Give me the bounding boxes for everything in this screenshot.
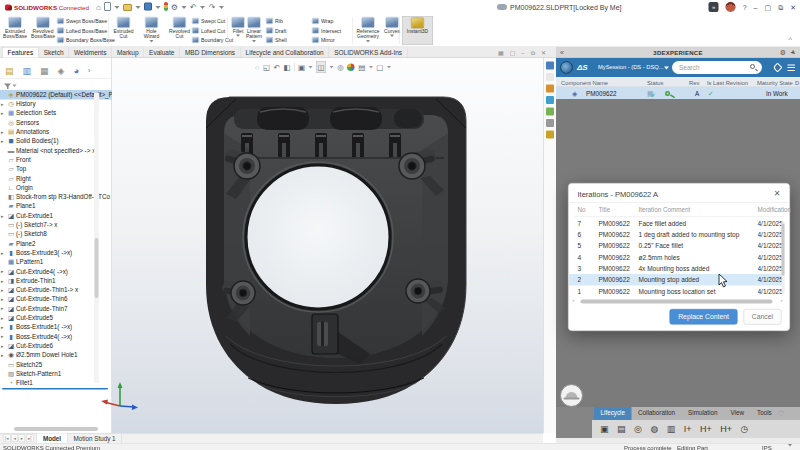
search-box[interactable]: Search (672, 61, 762, 74)
user-avatar[interactable] (726, 2, 736, 12)
panel-tab[interactable]: Collaboration (632, 407, 682, 420)
ribbon-button[interactable]: Swept Boss/Base (57, 16, 115, 26)
design-library-icon[interactable] (546, 62, 554, 70)
iteration-row[interactable]: 7PM009622Face fillet added4/1/2025 (569, 218, 785, 229)
hide-show-icon[interactable]: ◎ (337, 62, 344, 73)
model-tab[interactable]: Model (37, 434, 68, 444)
ribbon-button[interactable]: HoleWizard (138, 16, 165, 43)
options-gear-icon[interactable]: ⚙ (171, 3, 178, 13)
component-row[interactable]: ◈ PM009622 ▦ ✓ A ✓ In Work (556, 87, 800, 99)
minimize-icon[interactable]: – (754, 3, 758, 11)
window-menu-icon[interactable]: ▦ (498, 49, 504, 56)
new-document-icon[interactable] (104, 2, 111, 14)
file-explorer-icon[interactable] (546, 73, 554, 81)
explore-icon[interactable]: ◎ (634, 423, 642, 435)
save-icon[interactable] (144, 2, 152, 13)
dialog-close-icon[interactable]: ✕ (774, 189, 781, 199)
iteration-row[interactable]: 1PM009622Mounting boss location set4/1/2… (569, 285, 785, 296)
help-icon[interactable]: ? (743, 3, 747, 11)
replace-content-button[interactable]: Replace Content (670, 309, 738, 325)
rollback-bar[interactable] (2, 388, 108, 390)
ribbon-button[interactable]: Boundary Boss/Base (57, 35, 115, 45)
ribbon-tab[interactable]: Features (2, 47, 39, 58)
iteration-row[interactable]: 4PM009622ø2.5mm holes4/1/2025 (569, 251, 785, 262)
open-icon[interactable] (123, 2, 132, 14)
ribbon-button[interactable]: ReferenceGeometry (354, 16, 382, 43)
ribbon-button[interactable]: RevolvedCut (166, 16, 193, 43)
previous-view-icon[interactable]: ↶ (274, 62, 280, 73)
appearances-scenes-icon[interactable] (546, 96, 554, 104)
forum-icon[interactable] (546, 131, 554, 139)
view-orientation-icon[interactable]: ▣ (298, 62, 305, 73)
home-icon[interactable]: ⌂ (96, 3, 101, 13)
ribbon-button[interactable]: LinearPattern (243, 16, 265, 43)
window-new-icon[interactable]: ▢ (510, 49, 516, 56)
session-dropdown-icon[interactable] (664, 67, 669, 70)
ribbon-button[interactable]: Lofted Boss/Base (57, 26, 115, 36)
ribbon-button[interactable]: RevolvedBoss/Base (30, 16, 56, 43)
annotation-views-icon[interactable]: ▢ (376, 62, 383, 73)
ribbon-button[interactable]: Intersect (312, 26, 341, 36)
section-view-icon[interactable]: ◧ (283, 62, 290, 73)
tag-icon[interactable] (773, 63, 783, 73)
sync-icon[interactable]: ◍ (650, 423, 658, 435)
propertymanager-tab-icon[interactable]: ▥ (23, 65, 32, 76)
window-close-icon[interactable]: ✕ (541, 49, 546, 56)
window-minimize-icon[interactable]: – (521, 49, 524, 56)
ribbon-tab[interactable]: SOLIDWORKS Add-Ins (329, 47, 407, 58)
status-light-icon[interactable] (164, 2, 168, 14)
restore-icon[interactable]: ⧉ (778, 3, 783, 12)
appearances-icon[interactable] (347, 63, 355, 71)
replace-down-icon[interactable]: H+ (720, 423, 732, 435)
3d-part-model[interactable] (112, 58, 543, 433)
maximize-icon[interactable]: ▢ (765, 3, 772, 11)
model-tab[interactable]: Motion Study 1 (68, 434, 123, 444)
database-icon[interactable]: ▤ (617, 423, 626, 435)
session-title[interactable]: MySession - (DS - DSQ... (598, 64, 664, 70)
insert-up-icon[interactable]: I+ (684, 423, 692, 435)
3dexperience-globe-icon[interactable] (560, 61, 573, 74)
ribbon-button[interactable]: Shell (266, 35, 287, 45)
instant3d-button[interactable]: Instant3D (402, 16, 433, 45)
scene-icon[interactable]: ▤ (358, 62, 365, 73)
structure-icon[interactable]: ▥ (667, 423, 676, 435)
configurationmanager-tab-icon[interactable]: ▦ (40, 65, 49, 76)
menu-icon[interactable] (788, 65, 796, 72)
view-palette-icon[interactable] (546, 85, 554, 93)
units-selector[interactable]: IPS (762, 444, 772, 450)
redo-icon[interactable]: ↷ (209, 3, 216, 13)
iteration-row[interactable]: 6PM0096221 deg draft added to mounting s… (569, 229, 785, 240)
tree-vertical-scrollbar[interactable] (94, 93, 99, 383)
ribbon-tab[interactable]: MBD Dimensions (180, 47, 241, 58)
custom-properties-icon[interactable] (546, 108, 554, 116)
cancel-button[interactable]: Cancel (743, 309, 781, 325)
ribbon-collapse-icon[interactable]: ^ (788, 35, 792, 44)
iteration-row[interactable]: 5PM0096220.25" Face fillet4/1/2025 (569, 240, 785, 251)
displaymanager-tab-icon[interactable]: ◕ (73, 65, 78, 76)
panel-tab[interactable]: Tools (751, 407, 779, 420)
solidworks-resources-icon[interactable] (546, 119, 554, 127)
dialog-horizontal-scrollbar[interactable] (581, 300, 773, 304)
iteration-row[interactable]: 2PM009622Mounting stop added4/1/2025 (569, 274, 785, 285)
tree-horizontal-scrollbar[interactable] (14, 427, 98, 431)
ribbon-tab[interactable]: Sketch (39, 47, 69, 58)
component-tools-icon[interactable]: ▣ (600, 423, 609, 435)
featuremanager-tab-icon[interactable]: ▤ (5, 65, 14, 76)
panel-tab[interactable]: Lifecycle (594, 407, 632, 420)
zoom-area-icon[interactable]: ◱ (263, 62, 270, 73)
replace-up-icon[interactable]: H+ (700, 423, 712, 435)
ribbon-button[interactable]: Mirror (312, 35, 341, 45)
more-tabs-icon[interactable]: › (88, 66, 90, 74)
ribbon-button[interactable]: Draft (266, 26, 287, 36)
history-icon[interactable]: ◷ (741, 423, 749, 435)
window-restore-icon[interactable]: ⧉ (531, 49, 535, 56)
undo-icon[interactable]: ↶ (190, 3, 197, 13)
dialog-vertical-scrollbar[interactable] (782, 222, 785, 294)
zoom-fit-icon[interactable]: ◌ (255, 62, 259, 73)
favorites-heart-icon[interactable]: ♡ (778, 407, 784, 420)
iteration-row[interactable]: 3PM0096224x Mounting boss added4/1/2025 (569, 263, 785, 274)
close-icon[interactable]: ✕ (790, 3, 796, 11)
ribbon-tab[interactable]: Lifecycle and Collaboration (241, 47, 330, 58)
ribbon-button[interactable]: ExtrudedBoss/Base (2, 16, 28, 43)
panel-tab[interactable]: Simulation (682, 407, 724, 420)
